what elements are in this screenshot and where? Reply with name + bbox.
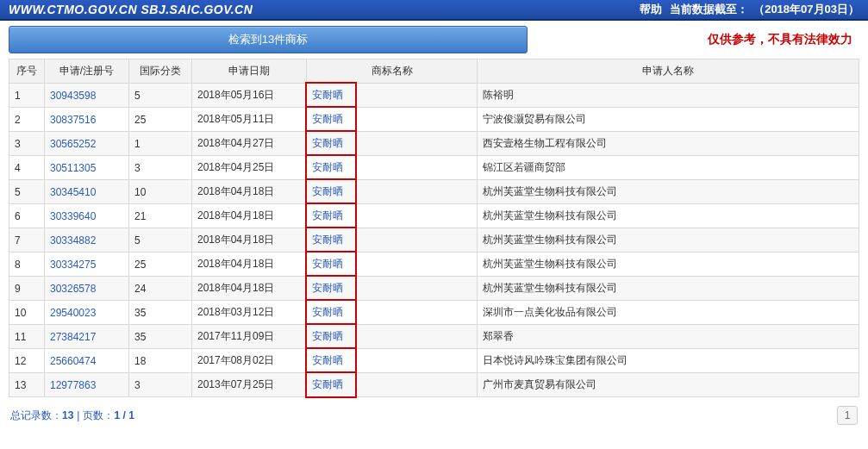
table-row: 930326578242018年04月18日安耐晒杭州芙蓝堂生物科技有限公司 bbox=[9, 277, 859, 301]
cell-date: 2018年05月11日 bbox=[192, 108, 307, 132]
table-row: 33056525212018年04月27日安耐晒西安壹格生物工程有限公司 bbox=[9, 132, 859, 156]
appno-link[interactable]: 30334882 bbox=[50, 234, 96, 246]
cell-date: 2018年03月12日 bbox=[192, 301, 307, 325]
cell-class: 21 bbox=[129, 204, 192, 228]
cell-applicant: 陈裕明 bbox=[478, 84, 859, 108]
total-label: 总记录数： bbox=[10, 408, 62, 423]
cell-idx: 7 bbox=[9, 228, 45, 253]
data-asof-label: 当前数据截至： bbox=[670, 3, 748, 16]
cell-appno: 30565252 bbox=[45, 132, 129, 156]
table-row: 1029540023352018年03月12日安耐晒深圳市一点美化妆品有限公司 bbox=[9, 301, 859, 325]
cell-applicant: 杭州芙蓝堂生物科技有限公司 bbox=[478, 204, 859, 228]
table-row: 13094359852018年05月16日安耐晒陈裕明 bbox=[9, 84, 859, 108]
cell-tmname: 安耐晒 bbox=[307, 253, 478, 277]
tmname-link[interactable]: 安耐晒 bbox=[312, 89, 343, 101]
cell-appno: 12977863 bbox=[45, 373, 129, 397]
cell-date: 2018年04月18日 bbox=[192, 180, 307, 204]
cell-appno: 30334882 bbox=[45, 228, 129, 253]
cell-idx: 5 bbox=[9, 180, 45, 204]
footer: 总记录数： 13 | 页数： 1 / 1 1 bbox=[0, 401, 868, 433]
appno-link[interactable]: 30345410 bbox=[50, 186, 96, 198]
appno-link[interactable]: 30334275 bbox=[50, 259, 96, 271]
table-row: 43051130532018年04月25日安耐晒锦江区若疆商贸部 bbox=[9, 156, 859, 180]
cell-tmname: 安耐晒 bbox=[307, 228, 478, 253]
summary-row: 检索到13件商标 仅供参考，不具有法律效力 bbox=[0, 21, 868, 55]
cell-tmname: 安耐晒 bbox=[307, 301, 478, 325]
table-header-row: 序号 申请/注册号 国际分类 申请日期 商标名称 申请人名称 bbox=[9, 59, 859, 84]
cell-idx: 9 bbox=[9, 277, 45, 301]
cell-class: 25 bbox=[129, 108, 192, 132]
appno-link[interactable]: 30339640 bbox=[50, 210, 96, 222]
cell-applicant: 杭州芙蓝堂生物科技有限公司 bbox=[478, 253, 859, 277]
cell-idx: 4 bbox=[9, 156, 45, 180]
cell-appno: 30837516 bbox=[45, 108, 129, 132]
site-url: WWW.CTMO.GOV.CN SBJ.SAIC.GOV.CN bbox=[9, 3, 253, 16]
tmname-link[interactable]: 安耐晒 bbox=[312, 306, 343, 318]
appno-link[interactable]: 12977863 bbox=[50, 379, 96, 391]
cell-idx: 8 bbox=[9, 253, 45, 277]
page-number-box[interactable]: 1 bbox=[837, 406, 858, 425]
appno-link[interactable]: 30565252 bbox=[50, 138, 96, 150]
cell-date: 2017年11月09日 bbox=[192, 325, 307, 349]
cell-tmname: 安耐晒 bbox=[307, 325, 478, 349]
appno-link[interactable]: 30837516 bbox=[50, 114, 96, 126]
appno-link[interactable]: 25660474 bbox=[50, 355, 96, 367]
appno-link[interactable]: 29540023 bbox=[50, 307, 96, 319]
results-table: 序号 申请/注册号 国际分类 申请日期 商标名称 申请人名称 130943598… bbox=[9, 59, 859, 397]
cell-date: 2018年04月18日 bbox=[192, 228, 307, 253]
cell-applicant: 杭州芙蓝堂生物科技有限公司 bbox=[478, 277, 859, 301]
tmname-link[interactable]: 安耐晒 bbox=[312, 234, 343, 246]
cell-applicant: 宁波俊灏贸易有限公司 bbox=[478, 108, 859, 132]
result-count-banner[interactable]: 检索到13件商标 bbox=[9, 26, 528, 53]
tmname-link[interactable]: 安耐晒 bbox=[312, 258, 343, 270]
tmname-link[interactable]: 安耐晒 bbox=[312, 113, 343, 125]
cell-appno: 30339640 bbox=[45, 204, 129, 228]
tmname-link[interactable]: 安耐晒 bbox=[312, 378, 343, 390]
total-count: 13 bbox=[62, 409, 73, 421]
cell-class: 3 bbox=[129, 373, 192, 397]
cell-date: 2018年04月18日 bbox=[192, 277, 307, 301]
cell-class: 5 bbox=[129, 228, 192, 253]
tmname-link[interactable]: 安耐晒 bbox=[312, 137, 343, 149]
cell-idx: 3 bbox=[9, 132, 45, 156]
cell-appno: 25660474 bbox=[45, 349, 129, 373]
appno-link[interactable]: 30943598 bbox=[50, 90, 96, 102]
cell-idx: 1 bbox=[9, 84, 45, 108]
cell-tmname: 安耐晒 bbox=[307, 132, 478, 156]
cell-idx: 13 bbox=[9, 373, 45, 397]
th-class: 国际分类 bbox=[129, 59, 192, 84]
cell-class: 35 bbox=[129, 325, 192, 349]
tmname-link[interactable]: 安耐晒 bbox=[312, 185, 343, 197]
cell-applicant: 锦江区若疆商贸部 bbox=[478, 156, 859, 180]
tmname-link[interactable]: 安耐晒 bbox=[312, 209, 343, 221]
cell-class: 10 bbox=[129, 180, 192, 204]
cell-tmname: 安耐晒 bbox=[307, 108, 478, 132]
cell-class: 24 bbox=[129, 277, 192, 301]
table-row: 1127384217352017年11月09日安耐晒郑翠香 bbox=[9, 325, 859, 349]
table-row: 230837516252018年05月11日安耐晒宁波俊灏贸易有限公司 bbox=[9, 108, 859, 132]
appno-link[interactable]: 30326578 bbox=[50, 283, 96, 295]
th-applicant: 申请人名称 bbox=[478, 59, 859, 84]
table-row: 73033488252018年04月18日安耐晒杭州芙蓝堂生物科技有限公司 bbox=[9, 228, 859, 253]
separator: | bbox=[77, 409, 79, 421]
cell-applicant: 郑翠香 bbox=[478, 325, 859, 349]
cell-date: 2018年04月18日 bbox=[192, 253, 307, 277]
tmname-link[interactable]: 安耐晒 bbox=[312, 330, 343, 342]
th-tmname: 商标名称 bbox=[307, 59, 478, 84]
tmname-link[interactable]: 安耐晒 bbox=[312, 354, 343, 366]
cell-date: 2018年04月27日 bbox=[192, 132, 307, 156]
cell-class: 5 bbox=[129, 84, 192, 108]
topbar: WWW.CTMO.GOV.CN SBJ.SAIC.GOV.CN 帮助 当前数据截… bbox=[0, 0, 868, 21]
tmname-link[interactable]: 安耐晒 bbox=[312, 282, 343, 294]
cell-tmname: 安耐晒 bbox=[307, 204, 478, 228]
th-appno: 申请/注册号 bbox=[45, 59, 129, 84]
cell-applicant: 日本悦诗风吟珠宝集团有限公司 bbox=[478, 349, 859, 373]
appno-link[interactable]: 27384217 bbox=[50, 331, 96, 343]
help-link[interactable]: 帮助 bbox=[640, 3, 662, 16]
appno-link[interactable]: 30511305 bbox=[50, 162, 96, 174]
cell-idx: 10 bbox=[9, 301, 45, 325]
cell-date: 2018年05月16日 bbox=[192, 84, 307, 108]
tmname-link[interactable]: 安耐晒 bbox=[312, 161, 343, 173]
cell-class: 25 bbox=[129, 253, 192, 277]
cell-appno: 30511305 bbox=[45, 156, 129, 180]
